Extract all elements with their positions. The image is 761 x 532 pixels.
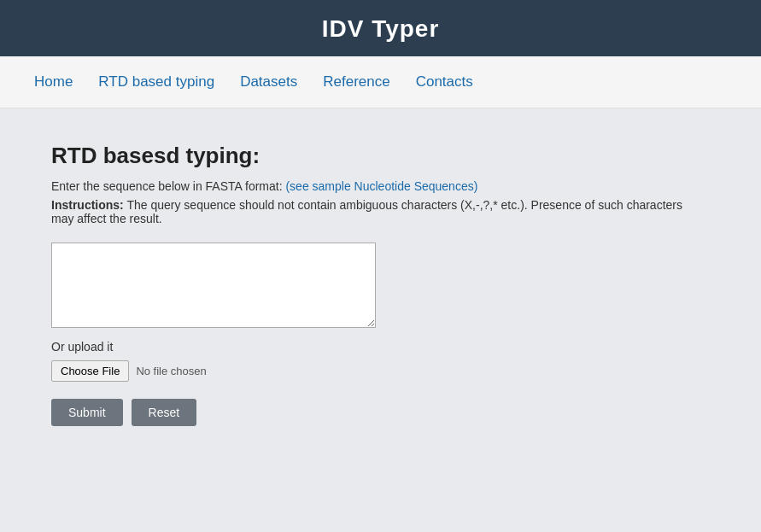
nav-link-home[interactable]: Home — [34, 73, 73, 90]
fasta-description-text: Enter the sequence below in FASTA format… — [51, 179, 283, 193]
nav-item-contacts[interactable]: Contacts — [416, 73, 473, 91]
sample-sequences-link[interactable]: (see sample Nucleotide Sequences) — [285, 179, 477, 193]
file-chosen-text: No file chosen — [136, 365, 206, 377]
nav-link-datasets[interactable]: Datasets — [240, 73, 297, 90]
fasta-description: Enter the sequence below in FASTA format… — [51, 179, 710, 193]
nav-link-reference[interactable]: Reference — [323, 73, 389, 90]
main-content: RTD basesd typing: Enter the sequence be… — [0, 108, 761, 532]
nav-link-rtd[interactable]: RTD based typing — [98, 73, 214, 90]
submit-button[interactable]: Submit — [51, 399, 123, 426]
sequence-textarea[interactable] — [51, 243, 376, 328]
nav-link-contacts[interactable]: Contacts — [416, 73, 473, 90]
reset-button[interactable]: Reset — [132, 399, 197, 426]
nav-item-rtd[interactable]: RTD based typing — [98, 73, 214, 91]
app-title: IDV Typer — [0, 15, 761, 43]
page-title: RTD basesd typing: — [51, 143, 710, 169]
instructions-body: The query sequence should not contain am… — [51, 198, 682, 225]
action-buttons: Submit Reset — [51, 399, 710, 426]
choose-file-button[interactable]: Choose File — [51, 360, 129, 382]
instructions-label: Instructions: — [51, 198, 124, 212]
instructions-text: Instructions: The query sequence should … — [51, 198, 700, 225]
nav-item-reference[interactable]: Reference — [323, 73, 389, 91]
file-input-wrapper: Choose File No file chosen — [51, 360, 710, 382]
app-header: IDV Typer — [0, 0, 761, 56]
navigation: Home RTD based typing Datasets Reference… — [0, 56, 761, 108]
upload-label: Or upload it — [51, 340, 710, 354]
nav-list: Home RTD based typing Datasets Reference… — [34, 56, 727, 108]
nav-item-datasets[interactable]: Datasets — [240, 73, 297, 91]
nav-item-home[interactable]: Home — [34, 73, 73, 91]
